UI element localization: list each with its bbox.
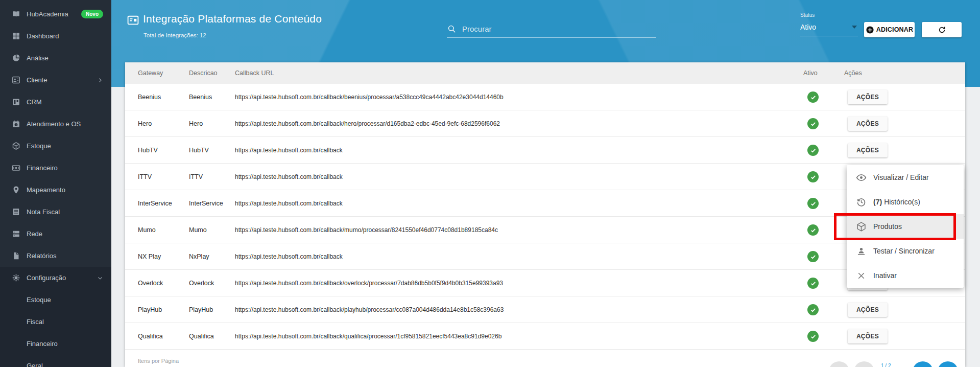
sidebar-item-atendimento[interactable]: Atendimento e OS bbox=[0, 113, 111, 135]
pagination-next-button[interactable] bbox=[913, 361, 933, 367]
cell-descricao: Qualifica bbox=[189, 333, 214, 340]
pie-chart-icon bbox=[12, 54, 20, 62]
sidebar-item-financeiro[interactable]: Financeiro bbox=[0, 157, 111, 179]
sidebar-item-hubacademia[interactable]: HubAcademia Novo bbox=[0, 3, 111, 25]
cell-descricao: Hero bbox=[189, 120, 203, 127]
menu-item-inativar[interactable]: Inativar bbox=[847, 263, 964, 288]
active-check-icon bbox=[807, 278, 819, 289]
menu-item-testar-sincronizar[interactable]: Testar / Sincronizar bbox=[847, 239, 964, 263]
cell-descricao: ITTV bbox=[189, 173, 203, 180]
sidebar-subitem-financeiro[interactable]: Financeiro bbox=[0, 333, 111, 355]
table-row: Mumo Mumo https://api.teste.hubsoft.com.… bbox=[125, 217, 965, 243]
menu-item-visualizar-editar[interactable]: Visualizar / Editar bbox=[847, 165, 964, 190]
sidebar-item-analise[interactable]: Análise bbox=[0, 47, 111, 69]
pagination-prev-button[interactable] bbox=[854, 361, 874, 367]
active-check-icon bbox=[807, 251, 819, 262]
dashboard-grid-icon bbox=[12, 32, 20, 40]
sidebar-item-configuracao[interactable]: Configuração bbox=[0, 267, 111, 289]
acoes-button[interactable]: AÇÕES bbox=[848, 329, 888, 343]
file-icon bbox=[12, 251, 20, 260]
kanban-icon bbox=[12, 98, 20, 106]
refresh-button[interactable] bbox=[922, 22, 962, 37]
active-check-icon bbox=[807, 171, 819, 182]
cell-gateway: Hero bbox=[138, 120, 152, 127]
search-input[interactable] bbox=[462, 25, 656, 33]
table-row: HubTV HubTV https://api.teste.hubsoft.co… bbox=[125, 137, 965, 164]
menu-item-produtos[interactable]: Produtos bbox=[847, 214, 964, 239]
search-icon bbox=[447, 24, 457, 34]
acoes-button[interactable]: AÇÕES bbox=[848, 90, 888, 104]
sidebar-subitem-geral[interactable]: Geral bbox=[0, 355, 111, 367]
sidebar-item-rede[interactable]: Rede bbox=[0, 223, 111, 245]
cell-descricao: Beenius bbox=[189, 94, 212, 101]
acoes-button[interactable]: AÇÕES bbox=[848, 303, 888, 317]
person-sync-icon bbox=[856, 246, 867, 257]
add-button[interactable]: ADICIONAR bbox=[864, 22, 915, 37]
table-row: ITTV ITTV https://api.teste.hubsoft.com.… bbox=[125, 164, 965, 190]
status-label: Status bbox=[800, 12, 858, 18]
cell-callback-url: https://api.teste.hubsoft.com.br/callbac… bbox=[235, 333, 501, 340]
cell-gateway: InterService bbox=[138, 200, 172, 207]
cell-descricao: Overlock bbox=[189, 280, 214, 287]
sidebar-subitem-estoque[interactable]: Estoque bbox=[0, 289, 111, 311]
active-check-icon bbox=[807, 198, 819, 209]
column-header-descricao: Descricao bbox=[189, 70, 218, 77]
document-icon bbox=[12, 208, 20, 216]
close-icon bbox=[856, 270, 867, 281]
cell-gateway: Qualifica bbox=[138, 333, 163, 340]
sidebar-item-estoque[interactable]: Estoque bbox=[0, 135, 111, 157]
sidebar-item-relatorios[interactable]: Relatórios bbox=[0, 245, 111, 267]
page-title: Integração Plataformas de Conteúdo bbox=[143, 13, 322, 25]
table-footer: Itens por Página 1 / 2 bbox=[125, 350, 965, 367]
cell-descricao: PlayHub bbox=[189, 306, 213, 313]
cell-callback-url: https://api.teste.hubsoft.com.br/callbac… bbox=[235, 147, 343, 154]
chevron-right-icon bbox=[97, 77, 103, 83]
sidebar-item-cliente[interactable]: Cliente bbox=[0, 69, 111, 91]
sidebar-item-dashboard[interactable]: Dashboard bbox=[0, 25, 111, 47]
banknote-icon bbox=[12, 164, 20, 172]
table-row: InterService InterService https://api.te… bbox=[125, 190, 965, 217]
table-row: Hero Hero https://api.teste.hubsoft.com.… bbox=[125, 110, 965, 137]
person-card-icon bbox=[12, 76, 20, 84]
active-check-icon bbox=[807, 304, 819, 315]
cell-callback-url: https://api.teste.hubsoft.com.br/callbac… bbox=[235, 94, 504, 101]
column-header-callback-url: Callback URL bbox=[235, 70, 274, 77]
cell-callback-url: https://api.teste.hubsoft.com.br/callbac… bbox=[235, 306, 504, 313]
column-header-ativo: Ativo bbox=[803, 70, 818, 77]
sidebar-subitem-fiscal[interactable]: Fiscal bbox=[0, 311, 111, 333]
total-integrations: Total de Integrações: 12 bbox=[144, 32, 206, 38]
cell-descricao: InterService bbox=[189, 200, 223, 207]
cell-gateway: Mumo bbox=[138, 226, 156, 234]
map-pin-icon bbox=[12, 186, 20, 194]
book-open-icon bbox=[12, 10, 20, 18]
server-icon bbox=[12, 230, 20, 238]
sidebar-item-crm[interactable]: CRM bbox=[0, 91, 111, 113]
acoes-button[interactable]: AÇÕES bbox=[848, 143, 888, 157]
cell-descricao: Mumo bbox=[189, 226, 207, 234]
history-icon bbox=[856, 197, 867, 208]
status-filter-select[interactable]: Status Ativo bbox=[800, 12, 858, 36]
cell-callback-url: https://api.teste.hubsoft.com.br/callbac… bbox=[235, 226, 498, 234]
refresh-icon bbox=[938, 26, 946, 34]
menu-item-historicos[interactable]: (7) Histórico(s) bbox=[847, 190, 964, 214]
pagination-first-button[interactable] bbox=[829, 361, 849, 367]
table-row: NX Play NxPlay https://api.teste.hubsoft… bbox=[125, 243, 965, 270]
novo-badge: Novo bbox=[81, 10, 103, 18]
sidebar-item-nota-fiscal[interactable]: Nota Fiscal bbox=[0, 201, 111, 223]
plus-circle-icon bbox=[866, 26, 874, 34]
search-field[interactable] bbox=[447, 20, 656, 38]
active-check-icon bbox=[807, 145, 819, 156]
calendar-clock-icon bbox=[12, 120, 20, 128]
active-check-icon bbox=[807, 118, 819, 129]
chevron-down-icon bbox=[97, 275, 103, 281]
sidebar-item-mapeamento[interactable]: Mapeamento bbox=[0, 179, 111, 201]
items-per-page-label: Itens por Página bbox=[138, 358, 179, 364]
cell-gateway: ITTV bbox=[138, 173, 152, 180]
cube-icon bbox=[12, 142, 20, 150]
cell-descricao: NxPlay bbox=[189, 253, 209, 260]
acoes-button[interactable]: AÇÕES bbox=[848, 117, 888, 131]
gear-icon bbox=[12, 273, 20, 282]
cell-callback-url: https://api.teste.hubsoft.com.br/callbac… bbox=[235, 200, 343, 207]
pagination-last-button[interactable] bbox=[938, 361, 958, 367]
chevron-down-icon bbox=[852, 26, 857, 29]
